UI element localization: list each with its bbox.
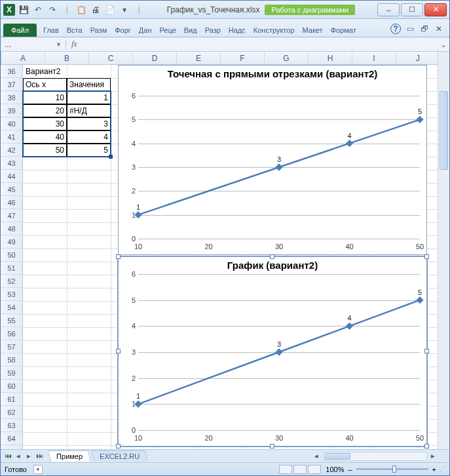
ribbon-minimize-icon[interactable]: ▭ bbox=[405, 24, 415, 34]
row-head-61[interactable]: 61 bbox=[1, 393, 22, 406]
file-tab[interactable]: Файл bbox=[3, 24, 37, 37]
row-head-51[interactable]: 51 bbox=[1, 262, 22, 275]
cell-A40[interactable]: 30 bbox=[23, 117, 67, 130]
cell-B38[interactable]: 1 bbox=[67, 91, 111, 104]
resize-handle-nw[interactable] bbox=[116, 254, 121, 259]
row-head-46[interactable]: 46 bbox=[1, 196, 22, 209]
ribbon-tab-2[interactable]: Разм bbox=[86, 24, 111, 37]
ribbon-tab-4[interactable]: Дан bbox=[135, 24, 156, 37]
row-head-53[interactable]: 53 bbox=[1, 288, 22, 301]
qat-dropdown-icon[interactable]: ▾ bbox=[119, 4, 130, 16]
row-head-40[interactable]: 40 bbox=[1, 117, 22, 130]
worksheet-grid[interactable]: ABCDEFGHIJ 36373839404142434445464748495… bbox=[1, 52, 449, 449]
row-head-57[interactable]: 57 bbox=[1, 340, 22, 353]
col-head-D[interactable]: D bbox=[133, 52, 177, 64]
cell-B37[interactable]: Значения bbox=[67, 78, 111, 91]
row-head-36[interactable]: 36 bbox=[1, 65, 22, 78]
save-icon[interactable]: 💾 bbox=[18, 4, 29, 16]
name-box-dropdown-icon[interactable]: ▼ bbox=[56, 41, 62, 48]
ribbon-tab-6[interactable]: Вид bbox=[180, 24, 201, 37]
cell-A39[interactable]: 20 bbox=[23, 104, 67, 117]
resize-handle-se[interactable] bbox=[424, 444, 429, 448]
resize-handle-ne[interactable] bbox=[424, 254, 429, 259]
col-head-E[interactable]: E bbox=[177, 52, 221, 64]
cell-A41[interactable]: 40 bbox=[23, 130, 67, 144]
col-head-A[interactable]: A bbox=[1, 52, 45, 64]
row-head-44[interactable]: 44 bbox=[1, 170, 22, 183]
undo-icon[interactable]: ↶ bbox=[32, 4, 44, 16]
row-head-56[interactable]: 56 bbox=[1, 327, 22, 340]
row-head-47[interactable]: 47 bbox=[1, 209, 22, 222]
row-head-38[interactable]: 38 bbox=[1, 91, 22, 104]
col-head-J[interactable]: J bbox=[396, 52, 440, 64]
row-head-62[interactable]: 62 bbox=[1, 406, 22, 419]
ribbon-tab-5[interactable]: Реце bbox=[156, 24, 180, 37]
ribbon-tab-9[interactable]: Конструктор bbox=[250, 24, 299, 37]
ribbon-tab-7[interactable]: Разр bbox=[201, 24, 225, 37]
row-head-54[interactable]: 54 bbox=[1, 301, 22, 314]
row-head-60[interactable]: 60 bbox=[1, 380, 22, 393]
horizontal-scrollbar[interactable]: ◂ ▸ bbox=[147, 452, 449, 461]
ribbon-help-icon[interactable]: ? bbox=[390, 24, 401, 34]
ribbon-tab-11[interactable]: Формат bbox=[327, 24, 360, 37]
row-head-50[interactable]: 50 bbox=[1, 248, 22, 262]
cell-A38[interactable]: 10 bbox=[23, 91, 67, 104]
print-preview-icon[interactable]: 🖨 bbox=[90, 4, 102, 16]
ribbon-tab-3[interactable]: Форг bbox=[111, 24, 135, 37]
vertical-scrollbar[interactable] bbox=[438, 52, 449, 449]
ribbon-restore-icon[interactable]: 🗗 bbox=[419, 24, 430, 34]
row-head-58[interactable]: 58 bbox=[1, 353, 22, 367]
hscroll-track[interactable] bbox=[322, 452, 427, 461]
chart-line[interactable]: График (вариант2) 012345610203040501345 bbox=[118, 256, 427, 446]
row-head-39[interactable]: 39 bbox=[1, 104, 22, 117]
print-icon[interactable]: 📄 bbox=[104, 4, 116, 16]
col-head-I[interactable]: I bbox=[352, 52, 396, 64]
ribbon-tab-1[interactable]: Вста bbox=[63, 24, 86, 37]
row-head-63[interactable]: 63 bbox=[1, 419, 22, 432]
redo-icon[interactable]: ↷ bbox=[47, 4, 58, 16]
view-page-break-button[interactable] bbox=[308, 465, 321, 474]
paste-icon[interactable]: 📋 bbox=[75, 4, 87, 16]
view-page-layout-button[interactable] bbox=[293, 465, 307, 474]
tab-nav-prev-icon[interactable]: ◂ bbox=[14, 452, 23, 460]
cell-B41[interactable]: 4 bbox=[67, 130, 111, 144]
window-resize-grip[interactable]: ⋰ bbox=[436, 465, 445, 473]
zoom-slider[interactable] bbox=[356, 468, 428, 470]
ribbon-tab-8[interactable]: Надс bbox=[225, 24, 250, 37]
resize-handle-n[interactable] bbox=[270, 254, 274, 259]
row-head-45[interactable]: 45 bbox=[1, 183, 22, 196]
zoom-level[interactable]: 100% bbox=[326, 466, 344, 473]
col-head-B[interactable]: B bbox=[45, 52, 89, 64]
col-head-C[interactable]: C bbox=[89, 52, 133, 64]
maximize-button[interactable]: ☐ bbox=[401, 3, 423, 16]
view-normal-button[interactable] bbox=[279, 465, 292, 474]
tab-nav-last-icon[interactable]: ⏭ bbox=[35, 452, 44, 460]
formula-bar-expand-icon[interactable]: ⌄ bbox=[438, 40, 449, 49]
hscroll-left-icon[interactable]: ◂ bbox=[312, 452, 321, 460]
row-head-37[interactable]: 37 bbox=[1, 78, 22, 91]
resize-handle-sw[interactable] bbox=[116, 444, 121, 448]
fill-handle[interactable] bbox=[109, 155, 113, 159]
cell-A36[interactable]: Вариант2 bbox=[23, 65, 67, 78]
ribbon-close-icon[interactable]: ✕ bbox=[434, 24, 444, 34]
vertical-scroll-thumb[interactable] bbox=[440, 91, 448, 170]
resize-handle-e[interactable] bbox=[424, 349, 429, 353]
col-head-F[interactable]: F bbox=[221, 52, 265, 64]
close-button[interactable]: ✕ bbox=[424, 3, 447, 16]
chart-scatter[interactable]: Точечная с прямыми отрезками (вариант2) … bbox=[118, 65, 427, 255]
macro-record-icon[interactable]: ● bbox=[33, 465, 43, 474]
resize-handle-s[interactable] bbox=[270, 444, 274, 448]
ribbon-tab-10[interactable]: Макет bbox=[299, 24, 327, 37]
cell-B39[interactable]: #Н/Д bbox=[67, 104, 111, 117]
tab-nav-next-icon[interactable]: ▸ bbox=[24, 452, 33, 460]
cell-A37[interactable]: Ось х bbox=[23, 78, 67, 91]
cell-A42[interactable]: 50 bbox=[23, 144, 67, 157]
sheet-tab-excel2ru[interactable]: EXCEL2.RU bbox=[91, 450, 148, 462]
minimize-button[interactable]: – bbox=[377, 3, 400, 16]
row-head-41[interactable]: 41 bbox=[1, 130, 22, 144]
row-head-59[interactable]: 59 bbox=[1, 367, 22, 380]
row-head-43[interactable]: 43 bbox=[1, 157, 22, 170]
zoom-out-button[interactable]: – bbox=[348, 466, 352, 473]
row-head-48[interactable]: 48 bbox=[1, 222, 22, 235]
name-box[interactable]: ... ▼ bbox=[1, 40, 66, 49]
